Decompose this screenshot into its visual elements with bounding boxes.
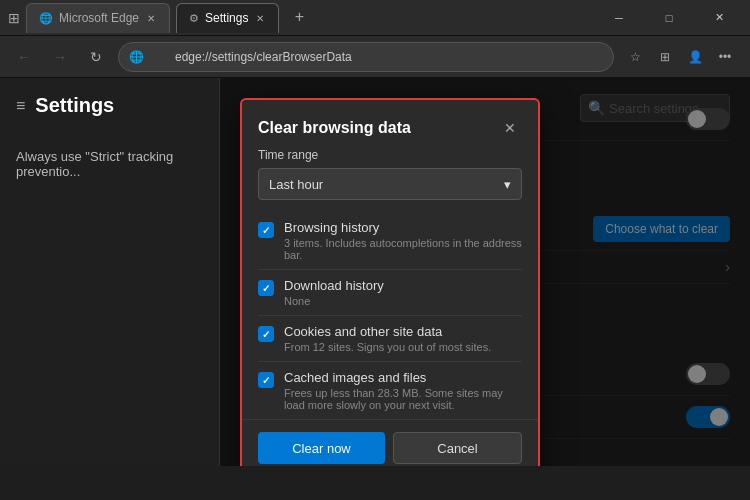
favorites-icon[interactable]: ☆ xyxy=(622,44,648,70)
browser-menu-icon[interactable]: ⊞ xyxy=(8,10,20,26)
edge-icon: 🌐 xyxy=(39,12,53,25)
time-range-select[interactable]: Last hour ▾ xyxy=(258,168,522,200)
checkbox-0[interactable]: ✓ xyxy=(258,222,274,238)
back-button[interactable]: ← xyxy=(10,43,38,71)
sidebar-item-tracking[interactable]: Always use "Strict" tracking preventio..… xyxy=(0,141,219,187)
sidebar-header: ≡ Settings xyxy=(0,94,219,133)
checkbox-sublabel-0: 3 items. Includes autocompletions in the… xyxy=(284,237,522,261)
window-close-button[interactable]: ✕ xyxy=(696,0,742,36)
modal-header: Clear browsing data ✕ xyxy=(242,100,538,148)
tab2-label: Settings xyxy=(205,11,248,25)
modal-title: Clear browsing data xyxy=(258,119,411,137)
clear-now-button[interactable]: Clear now xyxy=(258,432,385,464)
tab1-label: Microsoft Edge xyxy=(59,11,139,25)
content-area: 🔍 Always use "Strict" tracking preventio… xyxy=(220,78,750,466)
window-controls: ─ □ ✕ xyxy=(596,0,742,36)
modal-close-button[interactable]: ✕ xyxy=(498,116,522,140)
tab-edge[interactable]: 🌐 Microsoft Edge ✕ xyxy=(26,3,170,33)
address-icons: ☆ ⊞ 👤 ••• xyxy=(622,44,738,70)
sidebar-title: Settings xyxy=(35,94,114,117)
checkbox-item-2: ✓ Cookies and other site data From 12 si… xyxy=(258,316,522,362)
checkbox-sublabel-3: Frees up less than 28.3 MB. Some sites m… xyxy=(284,387,522,411)
refresh-button[interactable]: ↻ xyxy=(82,43,110,71)
checkbox-1[interactable]: ✓ xyxy=(258,280,274,296)
checkbox-label-group-2: Cookies and other site data From 12 site… xyxy=(284,324,522,353)
tab2-close[interactable]: ✕ xyxy=(254,11,266,26)
checkbox-item-0: ✓ Browsing history 3 items. Includes aut… xyxy=(258,212,522,270)
checkbox-sublabel-2: From 12 sites. Signs you out of most sit… xyxy=(284,341,522,353)
checkbox-2[interactable]: ✓ xyxy=(258,326,274,342)
checkbox-label-group-3: Cached images and files Frees up less th… xyxy=(284,370,522,411)
checkbox-item-1: ✓ Download history None xyxy=(258,270,522,316)
sidebar-item-tracking-label: Always use "Strict" tracking preventio..… xyxy=(16,149,203,179)
collections-icon[interactable]: ⊞ xyxy=(652,44,678,70)
main-layout: ≡ Settings Always use "Strict" tracking … xyxy=(0,78,750,466)
browser-titlebar: ⊞ 🌐 Microsoft Edge ✕ ⚙ Settings ✕ + ─ □ … xyxy=(0,0,750,36)
sidebar-section: Always use "Strict" tracking preventio..… xyxy=(0,133,219,195)
checkbox-item-3: ✓ Cached images and files Frees up less … xyxy=(258,362,522,419)
time-range-value: Last hour xyxy=(269,177,323,192)
modal-body: Time range Last hour ▾ ✓ Browsing histor… xyxy=(242,148,538,419)
forward-button[interactable]: → xyxy=(46,43,74,71)
checkbox-label-0: Browsing history xyxy=(284,220,522,235)
more-options-button[interactable]: ••• xyxy=(712,44,738,70)
address-input[interactable]: 🌐 edge://settings/clearBrowserData xyxy=(118,42,614,72)
checkbox-label-1: Download history xyxy=(284,278,522,293)
address-text: edge://settings/clearBrowserData xyxy=(155,50,352,64)
modal-footer: Clear now Cancel xyxy=(242,419,538,466)
maximize-button[interactable]: □ xyxy=(646,0,692,36)
sidebar: ≡ Settings Always use "Strict" tracking … xyxy=(0,78,220,466)
checkbox-label-group-1: Download history None xyxy=(284,278,522,307)
check-icon-3: ✓ xyxy=(262,375,270,386)
checkbox-sublabel-1: None xyxy=(284,295,522,307)
check-icon-1: ✓ xyxy=(262,283,270,294)
settings-tab-icon: ⚙ xyxy=(189,12,199,25)
hamburger-icon[interactable]: ≡ xyxy=(16,97,25,115)
address-edge-icon: 🌐 xyxy=(129,50,144,64)
time-range-chevron: ▾ xyxy=(504,177,511,192)
new-tab-button[interactable]: + xyxy=(285,3,313,31)
check-icon-0: ✓ xyxy=(262,225,270,236)
cancel-button[interactable]: Cancel xyxy=(393,432,522,464)
tab-settings[interactable]: ⚙ Settings ✕ xyxy=(176,3,279,33)
check-icon-2: ✓ xyxy=(262,329,270,340)
address-bar: ← → ↻ 🌐 edge://settings/clearBrowserData… xyxy=(0,36,750,78)
checkboxes-container: ✓ Browsing history 3 items. Includes aut… xyxy=(258,212,522,419)
checkbox-label-3: Cached images and files xyxy=(284,370,522,385)
time-range-label: Time range xyxy=(258,148,522,162)
clear-data-modal: Clear browsing data ✕ Time range Last ho… xyxy=(240,98,540,466)
profile-icon[interactable]: 👤 xyxy=(682,44,708,70)
checkbox-label-2: Cookies and other site data xyxy=(284,324,522,339)
minimize-button[interactable]: ─ xyxy=(596,0,642,36)
checkbox-label-group-0: Browsing history 3 items. Includes autoc… xyxy=(284,220,522,261)
modal-overlay: Clear browsing data ✕ Time range Last ho… xyxy=(220,78,750,466)
tab1-close[interactable]: ✕ xyxy=(145,11,157,26)
checkbox-3[interactable]: ✓ xyxy=(258,372,274,388)
